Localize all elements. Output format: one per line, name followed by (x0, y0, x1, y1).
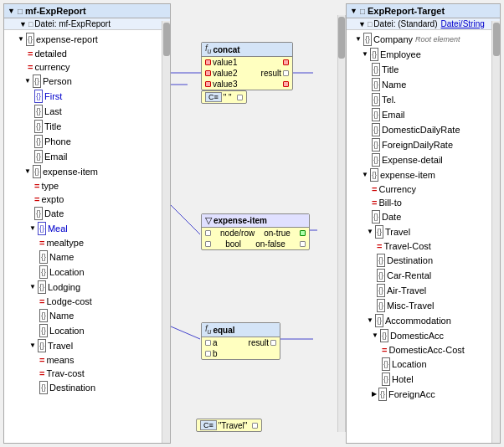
element-icon: {} (34, 150, 43, 163)
expand-icon[interactable]: ▼ (362, 49, 368, 60)
right-scrollbar[interactable] (491, 21, 500, 443)
const-box-space[interactable]: C≡ " " (201, 90, 247, 104)
element-icon: {} (33, 74, 41, 88)
right-tree-DomesticAcc[interactable]: ▼ {} DomesticAcc (347, 328, 500, 343)
element-icon: {} (372, 108, 380, 121)
filter-box-expense-item[interactable]: ▽ expense-item node/row on-true bool on-… (201, 213, 310, 250)
expand-icon[interactable]: ▼ (29, 281, 36, 293)
item-label: Travel (48, 340, 73, 352)
right-tree-Date[interactable]: {} Date (347, 209, 500, 224)
middle-scrollbar[interactable] (337, 15, 346, 432)
tree-item-MealLocation[interactable]: {} Location ▶ (4, 265, 170, 280)
right-panel-expand[interactable]: ▼ (350, 7, 357, 15)
tree-item-Phone[interactable]: {} Phone (4, 134, 170, 149)
expand-icon[interactable]: ▶ (372, 388, 377, 400)
right-tree-Car-Rental[interactable]: {} Car-Rental (347, 268, 500, 283)
left-subheader-expand[interactable]: ▼ (19, 20, 27, 28)
right-tree-Location[interactable]: {} Location (347, 357, 500, 372)
item-label: Date (44, 208, 64, 219)
expand-icon[interactable]: ▼ (24, 75, 31, 87)
item-label: Destination (387, 254, 433, 266)
tree-item-Travel[interactable]: ▼ {} Travel (4, 338, 170, 353)
item-label: Last (44, 105, 62, 117)
expand-icon[interactable]: ▼ (372, 330, 378, 342)
tree-item-expto[interactable]: = expto (4, 193, 170, 206)
right-tree-Email[interactable]: {} Email (347, 107, 500, 122)
expand-icon[interactable]: ▼ (355, 33, 362, 45)
element-icon: {} (34, 105, 43, 118)
right-tree-EmpTitle[interactable]: {} Title (347, 62, 500, 77)
tree-item-LodgeName[interactable]: {} Name (4, 308, 170, 323)
right-tree-EmpName[interactable]: {} Name (347, 77, 500, 92)
expand-icon[interactable]: ▼ (24, 166, 31, 177)
tree-item-currency[interactable]: = currency ▶ (4, 60, 170, 74)
right-subheader: ▼ □ Datei: (Standard) Datei/String (347, 18, 500, 30)
right-tree-Currency[interactable]: = Currency (347, 182, 500, 196)
tree-item-mealtype[interactable]: = mealtype (4, 236, 170, 249)
element-icon: {} (372, 153, 380, 167)
right-tree-ForeignDailyRate[interactable]: {} ForeignDailyRate (347, 137, 500, 152)
tree-item-expense-report[interactable]: ▼ {} expense-report ▶ (4, 32, 170, 47)
right-tree-expense-item[interactable]: ▼ {} expense-item (347, 167, 500, 182)
tree-item-means[interactable]: = means (4, 353, 170, 367)
item-label: Title (382, 64, 399, 75)
tree-item-Trav-cost[interactable]: = Trav-cost (4, 367, 170, 380)
right-scrollbar-thumb[interactable] (493, 23, 500, 56)
const-box-travel[interactable]: C≡ "Travel" (196, 419, 262, 432)
item-label: Air-Travel (387, 285, 426, 296)
right-tree-ForeignAcc[interactable]: ▶ {} ForeignAcc (347, 387, 500, 402)
expand-icon[interactable]: ▼ (29, 223, 36, 234)
expand-icon[interactable]: ▼ (29, 340, 36, 352)
right-tree-Travel-Cost[interactable]: = Travel-Cost (347, 239, 500, 253)
right-tree-Company[interactable]: ▼ {} Company Root element (347, 32, 500, 47)
item-label: Currency (378, 183, 416, 195)
const-value-travel: "Travel" (219, 421, 248, 430)
right-tree-DomesticAcc-Cost[interactable]: = DomesticAcc-Cost (347, 343, 500, 357)
middle-scrollbar-thumb[interactable] (338, 17, 345, 59)
expand-icon[interactable]: ▼ (18, 33, 24, 45)
tree-item-expense-item[interactable]: ▼ {} expense-item ▶ (4, 164, 170, 179)
item-label: expense-item (43, 166, 98, 177)
tree-item-Email[interactable]: {} Email (4, 149, 170, 164)
port-dot-value1-x (283, 59, 289, 65)
right-tree-Hotel[interactable]: {} Hotel (347, 372, 500, 387)
tree-item-Title[interactable]: {} Title (4, 119, 170, 134)
tree-item-Meal[interactable]: ▼ {} Meal ▶ (4, 221, 170, 236)
item-label: Employee (380, 49, 421, 60)
tree-item-type[interactable]: = type (4, 179, 170, 193)
expand-icon[interactable]: ▼ (367, 226, 373, 238)
scrollbar-thumb[interactable] (163, 23, 170, 56)
right-tree-Destination[interactable]: {} Destination (347, 253, 500, 268)
tree-item-Date[interactable]: {} Date (4, 206, 170, 221)
left-panel-expand[interactable]: ▼ (8, 7, 15, 15)
right-tree-Air-Travel[interactable]: {} Air-Travel (347, 283, 500, 298)
right-tree-DomesticDailyRate[interactable]: {} DomesticDailyRate (347, 122, 500, 137)
tree-item-First[interactable]: {} First ▶ (4, 89, 170, 104)
tree-item-LodgeLocation[interactable]: {} Location ▶ (4, 323, 170, 338)
tree-item-Lodging[interactable]: ▼ {} Lodging (4, 280, 170, 295)
right-tree-Misc-Travel[interactable]: {} Misc-Travel (347, 298, 500, 313)
attr-icon: = (377, 240, 382, 252)
right-tree-Employee[interactable]: ▼ {} Employee (347, 47, 500, 62)
tree-item-Person[interactable]: ▼ {} Person (4, 74, 170, 89)
right-tree-Expense-detail[interactable]: {} Expense-detail (347, 152, 500, 167)
right-tree-Travel[interactable]: ▼ {} Travel (347, 224, 500, 239)
right-subheader-type: Datei/String (441, 19, 485, 28)
port-dot-bool-in (205, 241, 211, 247)
tree-item-Lodge-cost[interactable]: = Lodge-cost (4, 295, 170, 308)
left-scrollbar[interactable] (162, 21, 170, 443)
tree-item-Last[interactable]: {} Last (4, 104, 170, 119)
tree-item-Destination[interactable]: {} Destination ▶ (4, 380, 170, 395)
right-tree-Bill-to[interactable]: = Bill-to (347, 196, 500, 209)
expand-icon[interactable]: ▼ (367, 315, 373, 326)
right-tree-Accommodation[interactable]: ▼ {} Accommodation (347, 313, 500, 328)
func-box-equal[interactable]: fu equal a result b (201, 322, 280, 360)
func-box-concat[interactable]: fu concat value1 value2 result value3 (201, 42, 293, 90)
expand-icon[interactable]: ▼ (362, 169, 368, 181)
const-label-c: C≡ (205, 92, 222, 102)
right-subheader-expand[interactable]: ▼ (358, 20, 366, 28)
svg-line-3 (171, 205, 200, 234)
tree-item-MealName[interactable]: {} Name (4, 249, 170, 265)
tree-item-detailed[interactable]: = detailed ▶ (4, 47, 170, 60)
right-tree-Tel[interactable]: {} Tel. (347, 92, 500, 107)
